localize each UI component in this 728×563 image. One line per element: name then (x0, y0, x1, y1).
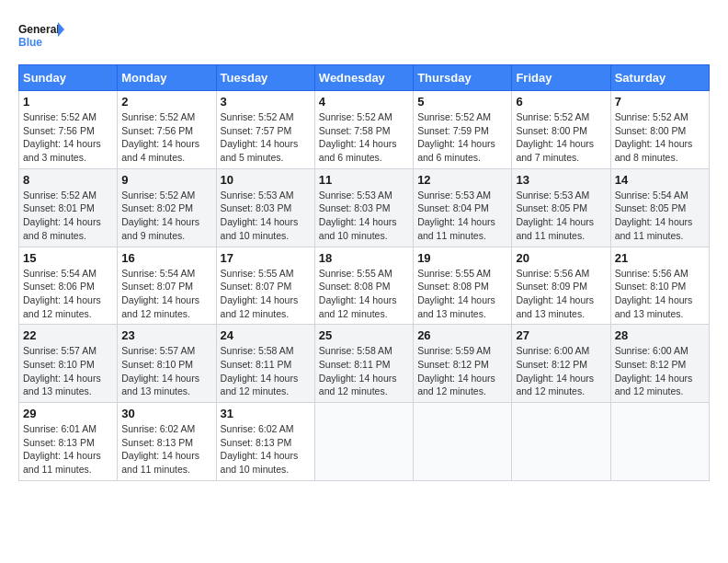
calendar-day-cell: 14Sunrise: 5:54 AM Sunset: 8:05 PM Dayli… (610, 168, 709, 247)
day-info: Sunrise: 5:55 AM Sunset: 8:07 PM Dayligh… (221, 267, 311, 321)
calendar-day-cell: 8Sunrise: 5:52 AM Sunset: 8:01 PM Daylig… (19, 168, 118, 247)
day-number: 14 (615, 173, 705, 187)
calendar-day-cell: 16Sunrise: 5:54 AM Sunset: 8:07 PM Dayli… (118, 247, 216, 325)
calendar-day-cell: 13Sunrise: 5:53 AM Sunset: 8:05 PM Dayli… (512, 168, 610, 247)
day-info: Sunrise: 5:52 AM Sunset: 7:58 PM Dayligh… (319, 110, 409, 165)
day-info: Sunrise: 5:52 AM Sunset: 8:00 PM Dayligh… (615, 110, 705, 165)
calendar-day-cell: 4Sunrise: 5:52 AM Sunset: 7:58 PM Daylig… (314, 91, 413, 169)
calendar-day-cell: 19Sunrise: 5:55 AM Sunset: 8:08 PM Dayli… (414, 247, 512, 325)
day-info: Sunrise: 6:01 AM Sunset: 8:13 PM Dayligh… (23, 422, 113, 477)
day-of-week-header: Wednesday (314, 65, 413, 91)
calendar-day-cell: 18Sunrise: 5:55 AM Sunset: 8:08 PM Dayli… (314, 247, 413, 325)
calendar-day-cell: 10Sunrise: 5:53 AM Sunset: 8:03 PM Dayli… (216, 168, 314, 247)
calendar-day-cell: 5Sunrise: 5:52 AM Sunset: 7:59 PM Daylig… (414, 91, 512, 169)
day-info: Sunrise: 5:54 AM Sunset: 8:07 PM Dayligh… (121, 267, 211, 321)
calendar-day-cell: 24Sunrise: 5:58 AM Sunset: 8:11 PM Dayli… (216, 325, 314, 403)
day-info: Sunrise: 5:52 AM Sunset: 8:00 PM Dayligh… (516, 110, 606, 165)
days-of-week-row: SundayMondayTuesdayWednesdayThursdayFrid… (19, 65, 710, 91)
calendar-day-cell: 22Sunrise: 5:57 AM Sunset: 8:10 PM Dayli… (19, 325, 118, 403)
logo: General Blue (18, 18, 64, 55)
calendar-day-cell: 31Sunrise: 6:02 AM Sunset: 8:13 PM Dayli… (216, 403, 314, 481)
calendar-week-row: 1Sunrise: 5:52 AM Sunset: 7:56 PM Daylig… (19, 91, 710, 169)
day-number: 26 (417, 328, 507, 342)
day-number: 17 (221, 251, 311, 265)
day-info: Sunrise: 5:52 AM Sunset: 8:01 PM Dayligh… (23, 189, 113, 243)
day-number: 29 (23, 407, 113, 420)
calendar-day-cell: 27Sunrise: 6:00 AM Sunset: 8:12 PM Dayli… (512, 325, 610, 403)
day-number: 13 (516, 173, 606, 187)
day-info: Sunrise: 5:52 AM Sunset: 7:56 PM Dayligh… (121, 110, 211, 165)
calendar-day-cell: 2Sunrise: 5:52 AM Sunset: 7:56 PM Daylig… (118, 91, 216, 169)
day-info: Sunrise: 5:53 AM Sunset: 8:03 PM Dayligh… (221, 189, 311, 243)
day-number: 4 (319, 95, 409, 109)
calendar-day-cell: 15Sunrise: 5:54 AM Sunset: 8:06 PM Dayli… (19, 247, 118, 325)
day-number: 16 (121, 251, 211, 265)
day-info: Sunrise: 5:53 AM Sunset: 8:03 PM Dayligh… (319, 189, 409, 243)
header: General Blue (18, 18, 710, 55)
day-number: 21 (615, 251, 705, 265)
day-number: 11 (319, 173, 409, 187)
calendar-day-cell: 11Sunrise: 5:53 AM Sunset: 8:03 PM Dayli… (314, 168, 413, 247)
svg-text:General: General (18, 23, 60, 36)
day-info: Sunrise: 5:58 AM Sunset: 8:11 PM Dayligh… (319, 344, 409, 398)
day-number: 19 (417, 251, 507, 265)
day-number: 15 (23, 251, 113, 265)
calendar-day-cell: 1Sunrise: 5:52 AM Sunset: 7:56 PM Daylig… (19, 91, 118, 169)
calendar-day-cell: 6Sunrise: 5:52 AM Sunset: 8:00 PM Daylig… (512, 91, 610, 169)
calendar-body: 1Sunrise: 5:52 AM Sunset: 7:56 PM Daylig… (19, 91, 710, 481)
day-info: Sunrise: 5:56 AM Sunset: 8:09 PM Dayligh… (516, 267, 606, 321)
day-info: Sunrise: 6:02 AM Sunset: 8:13 PM Dayligh… (221, 422, 311, 477)
day-of-week-header: Thursday (414, 65, 512, 91)
day-number: 7 (615, 95, 705, 109)
calendar-day-cell (512, 403, 610, 481)
day-of-week-header: Monday (118, 65, 216, 91)
day-of-week-header: Sunday (19, 65, 118, 91)
calendar-day-cell: 23Sunrise: 5:57 AM Sunset: 8:10 PM Dayli… (118, 325, 216, 403)
day-info: Sunrise: 5:59 AM Sunset: 8:12 PM Dayligh… (417, 344, 507, 398)
calendar-day-cell (314, 403, 413, 481)
day-number: 27 (516, 328, 606, 342)
svg-text:Blue: Blue (18, 36, 42, 49)
day-info: Sunrise: 5:53 AM Sunset: 8:04 PM Dayligh… (417, 189, 507, 243)
calendar-day-cell: 28Sunrise: 6:00 AM Sunset: 8:12 PM Dayli… (610, 325, 709, 403)
day-info: Sunrise: 5:53 AM Sunset: 8:05 PM Dayligh… (516, 189, 606, 243)
calendar-week-row: 29Sunrise: 6:01 AM Sunset: 8:13 PM Dayli… (19, 403, 710, 481)
day-of-week-header: Tuesday (216, 65, 314, 91)
day-of-week-header: Saturday (610, 65, 709, 91)
day-number: 1 (23, 95, 113, 109)
day-number: 5 (417, 95, 507, 109)
day-number: 18 (319, 251, 409, 265)
day-number: 2 (121, 95, 211, 109)
day-info: Sunrise: 6:00 AM Sunset: 8:12 PM Dayligh… (516, 344, 606, 398)
calendar-day-cell: 7Sunrise: 5:52 AM Sunset: 8:00 PM Daylig… (610, 91, 709, 169)
day-info: Sunrise: 6:02 AM Sunset: 8:13 PM Dayligh… (121, 422, 211, 477)
calendar-day-cell: 9Sunrise: 5:52 AM Sunset: 8:02 PM Daylig… (118, 168, 216, 247)
day-info: Sunrise: 5:58 AM Sunset: 8:11 PM Dayligh… (221, 344, 311, 398)
calendar-day-cell: 25Sunrise: 5:58 AM Sunset: 8:11 PM Dayli… (314, 325, 413, 403)
day-number: 23 (121, 328, 211, 342)
day-number: 3 (221, 95, 311, 109)
day-info: Sunrise: 5:55 AM Sunset: 8:08 PM Dayligh… (319, 267, 409, 321)
day-number: 6 (516, 95, 606, 109)
calendar-day-cell: 29Sunrise: 6:01 AM Sunset: 8:13 PM Dayli… (19, 403, 118, 481)
day-info: Sunrise: 6:00 AM Sunset: 8:12 PM Dayligh… (615, 344, 705, 398)
day-number: 25 (319, 328, 409, 342)
calendar-day-cell: 17Sunrise: 5:55 AM Sunset: 8:07 PM Dayli… (216, 247, 314, 325)
day-number: 20 (516, 251, 606, 265)
svg-marker-2 (58, 22, 64, 37)
day-number: 30 (121, 407, 211, 420)
day-info: Sunrise: 5:52 AM Sunset: 8:02 PM Dayligh… (121, 189, 211, 243)
day-info: Sunrise: 5:57 AM Sunset: 8:10 PM Dayligh… (121, 344, 211, 398)
day-info: Sunrise: 5:52 AM Sunset: 7:57 PM Dayligh… (221, 110, 311, 165)
day-number: 9 (121, 173, 211, 187)
day-info: Sunrise: 5:57 AM Sunset: 8:10 PM Dayligh… (23, 344, 113, 398)
day-number: 12 (417, 173, 507, 187)
day-info: Sunrise: 5:52 AM Sunset: 7:59 PM Dayligh… (417, 110, 507, 165)
calendar-day-cell (414, 403, 512, 481)
calendar-day-cell (610, 403, 709, 481)
day-number: 24 (221, 328, 311, 342)
day-number: 31 (221, 407, 311, 420)
logo-svg: General Blue (18, 18, 64, 55)
calendar-day-cell: 3Sunrise: 5:52 AM Sunset: 7:57 PM Daylig… (216, 91, 314, 169)
day-info: Sunrise: 5:52 AM Sunset: 7:56 PM Dayligh… (23, 110, 113, 165)
